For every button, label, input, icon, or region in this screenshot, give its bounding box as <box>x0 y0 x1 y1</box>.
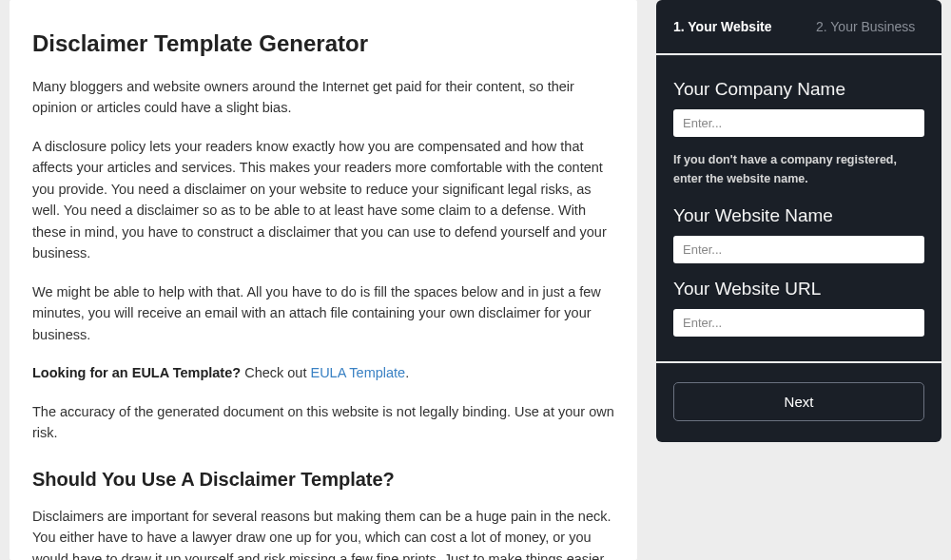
page-title: Disclaimer Template Generator <box>32 30 614 57</box>
website-url-group: Your Website URL <box>673 279 924 337</box>
sidebar-form: 1. Your Website 2. Your Business Your Co… <box>656 0 941 560</box>
website-name-label: Your Website Name <box>673 205 924 226</box>
form-panel: Your Company Name If you don't have a co… <box>656 55 941 361</box>
tab-your-website[interactable]: 1. Your Website <box>656 0 799 53</box>
company-name-hint: If you don't have a company registered, … <box>673 150 924 188</box>
accuracy-disclaimer: The accuracy of the generated document o… <box>32 401 614 444</box>
tab-your-business[interactable]: 2. Your Business <box>799 0 941 53</box>
next-button[interactable]: Next <box>673 382 924 421</box>
button-panel: Next <box>656 363 941 442</box>
section-paragraph: Disclaimers are important for several re… <box>32 506 614 560</box>
intro-paragraph-3: We might be able to help with that. All … <box>32 281 614 345</box>
eula-suffix: . <box>405 365 409 380</box>
company-name-input[interactable] <box>673 109 924 137</box>
eula-template-link[interactable]: EULA Template <box>310 365 405 380</box>
company-name-group: Your Company Name If you don't have a co… <box>673 79 924 188</box>
website-name-group: Your Website Name <box>673 205 924 263</box>
website-url-input[interactable] <box>673 309 924 337</box>
intro-paragraph-2: A disclosure policy lets your readers kn… <box>32 136 614 264</box>
eula-prefix: Looking for an EULA Template? <box>32 365 241 380</box>
step-tabs: 1. Your Website 2. Your Business <box>656 0 941 53</box>
section-heading: Should You Use A Disclaimer Template? <box>32 469 614 491</box>
eula-middle: Check out <box>241 365 310 380</box>
main-content: Disclaimer Template Generator Many blogg… <box>10 0 637 560</box>
eula-callout: Looking for an EULA Template? Check out … <box>32 362 614 383</box>
intro-paragraph-1: Many bloggers and website owners around … <box>32 76 614 119</box>
company-name-label: Your Company Name <box>673 79 924 100</box>
website-name-input[interactable] <box>673 236 924 263</box>
website-url-label: Your Website URL <box>673 279 924 299</box>
